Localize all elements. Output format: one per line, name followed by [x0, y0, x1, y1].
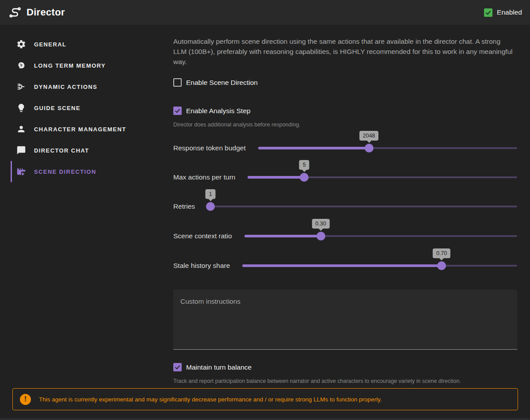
director-settings-window: Director Enabled GENERAL: [0, 0, 530, 420]
bracket-icon: [16, 81, 27, 92]
sidebar-item-general[interactable]: GENERAL: [11, 34, 173, 55]
person-icon: [16, 124, 27, 134]
sidebar-item-guide-scene[interactable]: GUIDE SCENE: [11, 97, 173, 118]
slider-stale-history-share: Stale history share 0.70: [173, 257, 517, 275]
maintain-turn-balance-checkbox[interactable]: Maintain turn balance: [173, 363, 517, 371]
panel-description: Automatically perform scene direction us…: [173, 36, 514, 67]
slider-fill: [244, 235, 321, 237]
alert-icon: !: [20, 394, 31, 405]
director-logo-icon: [8, 5, 22, 19]
sidebar-item-dynamic-actions[interactable]: DYNAMIC ACTIONS: [11, 76, 173, 97]
chat-bubble-icon: [16, 145, 27, 156]
stale-history-share-slider[interactable]: 0.70: [242, 257, 517, 275]
slider-fill: [258, 147, 369, 149]
scene-direction-panel: Automatically perform scene direction us…: [173, 25, 530, 384]
sidebar-item-label: CHARACTER MANAGEMENT: [34, 126, 126, 133]
header-bar: Director Enabled: [0, 0, 530, 25]
slider-retries: Retries 1: [173, 198, 517, 215]
slider-max-actions-per-turn: Max actions per turn 5: [173, 168, 517, 186]
slider-fill: [242, 264, 442, 267]
slider-thumb[interactable]: 0.30: [316, 232, 325, 241]
retries-slider[interactable]: 1: [207, 198, 517, 215]
sidebar-item-label: GUIDE SCENE: [34, 105, 80, 111]
max-actions-per-turn-slider[interactable]: 5: [248, 168, 517, 186]
experimental-warning-banner: ! This agent is currently experimental a…: [12, 388, 518, 410]
agent-enabled-checkbox[interactable]: Enabled: [484, 8, 522, 17]
gear-icon: [16, 39, 27, 50]
brain-icon: [16, 60, 27, 71]
sidebar-item-label: DIRECTOR CHAT: [34, 147, 89, 154]
enabled-checkbox-box[interactable]: [484, 8, 492, 17]
enabled-label: Enabled: [497, 8, 522, 16]
window-bottom-edge: [0, 418, 530, 420]
checkbox-label: Enable Analysis Step: [186, 107, 251, 115]
slider-label: Scene context ratio: [173, 232, 232, 240]
custom-instructions-textarea[interactable]: Custom instructions: [173, 290, 517, 350]
analysis-step-hint: Director does additional analysis before…: [173, 122, 517, 128]
slider-label: Max actions per turn: [173, 173, 235, 181]
slider-group: Response token budget 2048 Max actions p…: [173, 139, 517, 275]
slider-track[interactable]: [207, 206, 517, 207]
slider-label: Retries: [173, 202, 195, 210]
sidebar-item-label: SCENE DIRECTION: [34, 168, 96, 175]
sidebar-item-label: GENERAL: [34, 41, 66, 48]
response-token-budget-slider[interactable]: 2048: [258, 139, 517, 157]
slider-scene-context-ratio: Scene context ratio 0.30: [173, 227, 517, 245]
page-title: Director: [27, 7, 65, 18]
sidebar-item-label: LONG TERM MEMORY: [34, 62, 106, 69]
checkbox-box-checked[interactable]: [173, 107, 182, 115]
movie-icon: [16, 166, 27, 177]
slider-response-token-budget: Response token budget 2048: [173, 139, 517, 157]
slider-label: Response token budget: [173, 144, 246, 152]
sidebar-item-long-term-memory[interactable]: LONG TERM MEMORY: [11, 55, 173, 76]
custom-instructions-label: Custom instructions: [180, 298, 240, 305]
settings-sidebar: GENERAL LONG TERM MEMORY DYNAMIC AC: [0, 25, 173, 384]
sidebar-item-scene-direction[interactable]: SCENE DIRECTION: [11, 161, 173, 182]
slider-thumb[interactable]: 2048: [365, 144, 374, 153]
slider-thumb[interactable]: 0.70: [437, 261, 446, 270]
slider-label: Stale history share: [173, 262, 230, 270]
sidebar-item-label: DYNAMIC ACTIONS: [34, 84, 97, 90]
checkbox-box-checked[interactable]: [173, 363, 182, 371]
checkbox-label: Maintain turn balance: [186, 363, 252, 371]
slider-value-tooltip: 0.70: [433, 248, 450, 259]
sidebar-item-character-management[interactable]: CHARACTER MANAGEMENT: [11, 118, 173, 140]
slider-thumb[interactable]: 1: [206, 202, 215, 211]
checkbox-label: Enable Scene Direction: [186, 79, 258, 87]
enable-analysis-step-checkbox[interactable]: Enable Analysis Step: [173, 107, 517, 115]
warning-text: This agent is currently experimental and…: [39, 396, 382, 403]
lightbulb-icon: [16, 103, 27, 113]
sidebar-item-director-chat[interactable]: DIRECTOR CHAT: [11, 140, 173, 161]
turn-balance-hint: Track and report participation balance b…: [173, 378, 517, 384]
scene-context-ratio-slider[interactable]: 0.30: [244, 227, 517, 245]
checkbox-box-unchecked[interactable]: [173, 78, 182, 87]
slider-value-tooltip: 5: [299, 160, 309, 170]
slider-thumb[interactable]: 5: [300, 173, 309, 182]
slider-value-tooltip: 2048: [359, 131, 379, 141]
slider-value-tooltip: 1: [206, 189, 216, 199]
slider-fill: [248, 176, 304, 179]
enable-scene-direction-checkbox[interactable]: Enable Scene Direction: [173, 78, 517, 87]
slider-value-tooltip: 0.30: [312, 219, 329, 229]
